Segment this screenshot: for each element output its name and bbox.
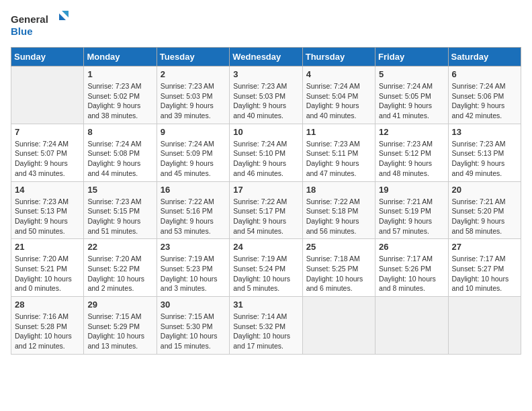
day-info: Sunrise: 7:23 AMSunset: 5:02 PMDaylight:…	[87, 81, 152, 121]
day-info: Sunrise: 7:24 AMSunset: 5:10 PMDaylight:…	[233, 139, 298, 179]
day-number: 31	[233, 300, 298, 310]
day-number: 23	[161, 242, 226, 252]
day-header-saturday: Saturday	[448, 48, 521, 66]
day-number: 22	[87, 242, 152, 252]
day-number: 11	[306, 127, 371, 137]
day-number: 15	[87, 185, 152, 195]
day-info: Sunrise: 7:23 AMSunset: 5:12 PMDaylight:…	[379, 139, 444, 179]
day-info: Sunrise: 7:16 AMSunset: 5:28 PMDaylight:…	[15, 312, 80, 351]
day-info: Sunrise: 7:22 AMSunset: 5:16 PMDaylight:…	[161, 197, 226, 236]
day-number: 12	[379, 127, 444, 137]
day-info: Sunrise: 7:24 AMSunset: 5:08 PMDaylight:…	[87, 139, 152, 179]
day-number: 5	[379, 69, 444, 79]
calendar-cell: 18 Sunrise: 7:22 AMSunset: 5:18 PMDaylig…	[302, 181, 375, 239]
calendar-cell: 31 Sunrise: 7:14 AMSunset: 5:32 PMDaylig…	[230, 297, 302, 355]
day-info: Sunrise: 7:20 AMSunset: 5:21 PMDaylight:…	[15, 254, 80, 293]
day-info: Sunrise: 7:22 AMSunset: 5:18 PMDaylight:…	[306, 197, 371, 236]
calendar-cell: 1 Sunrise: 7:23 AMSunset: 5:02 PMDayligh…	[84, 66, 157, 124]
day-number: 10	[233, 127, 298, 137]
calendar-cell: 23 Sunrise: 7:19 AMSunset: 5:23 PMDaylig…	[157, 239, 229, 297]
svg-marker-3	[62, 11, 69, 17]
calendar-week-row: 14 Sunrise: 7:23 AMSunset: 5:13 PMDaylig…	[11, 181, 521, 239]
calendar-cell: 2 Sunrise: 7:23 AMSunset: 5:03 PMDayligh…	[157, 66, 229, 124]
calendar-week-row: 28 Sunrise: 7:16 AMSunset: 5:28 PMDaylig…	[11, 297, 521, 355]
calendar-header-row: SundayMondayTuesdayWednesdayThursdayFrid…	[11, 48, 521, 66]
page-header: General Blue	[11, 11, 521, 40]
calendar-cell: 4 Sunrise: 7:24 AMSunset: 5:04 PMDayligh…	[302, 66, 375, 124]
calendar-week-row: 7 Sunrise: 7:24 AMSunset: 5:07 PMDayligh…	[11, 124, 521, 181]
day-number: 16	[161, 185, 226, 195]
calendar-cell: 9 Sunrise: 7:24 AMSunset: 5:09 PMDayligh…	[157, 124, 229, 181]
day-number: 21	[15, 242, 80, 252]
svg-text:Blue: Blue	[11, 26, 33, 37]
calendar-cell: 6 Sunrise: 7:24 AMSunset: 5:06 PMDayligh…	[448, 66, 521, 124]
day-number: 18	[306, 185, 371, 195]
day-info: Sunrise: 7:17 AMSunset: 5:26 PMDaylight:…	[379, 254, 444, 293]
day-info: Sunrise: 7:19 AMSunset: 5:23 PMDaylight:…	[161, 254, 226, 293]
day-info: Sunrise: 7:17 AMSunset: 5:27 PMDaylight:…	[452, 254, 517, 293]
day-number: 20	[452, 185, 517, 195]
day-info: Sunrise: 7:24 AMSunset: 5:05 PMDaylight:…	[379, 81, 444, 121]
calendar-cell: 5 Sunrise: 7:24 AMSunset: 5:05 PMDayligh…	[375, 66, 448, 124]
calendar-cell	[11, 66, 84, 124]
calendar-cell: 29 Sunrise: 7:15 AMSunset: 5:29 PMDaylig…	[84, 297, 157, 355]
logo-svg: General Blue	[11, 11, 71, 40]
day-number: 1	[87, 69, 152, 79]
day-info: Sunrise: 7:19 AMSunset: 5:24 PMDaylight:…	[233, 254, 298, 293]
calendar-cell: 22 Sunrise: 7:20 AMSunset: 5:22 PMDaylig…	[84, 239, 157, 297]
day-header-monday: Monday	[84, 48, 157, 66]
day-info: Sunrise: 7:24 AMSunset: 5:04 PMDaylight:…	[306, 81, 371, 121]
day-number: 9	[161, 127, 226, 137]
calendar-cell: 7 Sunrise: 7:24 AMSunset: 5:07 PMDayligh…	[11, 124, 84, 181]
calendar-cell: 20 Sunrise: 7:21 AMSunset: 5:20 PMDaylig…	[448, 181, 521, 239]
day-info: Sunrise: 7:23 AMSunset: 5:13 PMDaylight:…	[452, 139, 517, 179]
calendar-cell: 30 Sunrise: 7:15 AMSunset: 5:30 PMDaylig…	[157, 297, 229, 355]
day-info: Sunrise: 7:15 AMSunset: 5:30 PMDaylight:…	[161, 312, 226, 351]
calendar-cell: 28 Sunrise: 7:16 AMSunset: 5:28 PMDaylig…	[11, 297, 84, 355]
calendar-cell: 27 Sunrise: 7:17 AMSunset: 5:27 PMDaylig…	[448, 239, 521, 297]
day-info: Sunrise: 7:23 AMSunset: 5:15 PMDaylight:…	[87, 197, 152, 236]
calendar-cell: 26 Sunrise: 7:17 AMSunset: 5:26 PMDaylig…	[375, 239, 448, 297]
day-info: Sunrise: 7:18 AMSunset: 5:25 PMDaylight:…	[306, 254, 371, 293]
day-number: 3	[233, 69, 298, 79]
day-info: Sunrise: 7:24 AMSunset: 5:07 PMDaylight:…	[15, 139, 80, 179]
calendar-cell	[302, 297, 375, 355]
day-number: 4	[306, 69, 371, 79]
day-header-tuesday: Tuesday	[157, 48, 229, 66]
calendar-cell: 10 Sunrise: 7:24 AMSunset: 5:10 PMDaylig…	[230, 124, 302, 181]
day-info: Sunrise: 7:23 AMSunset: 5:13 PMDaylight:…	[15, 197, 80, 236]
calendar-cell: 21 Sunrise: 7:20 AMSunset: 5:21 PMDaylig…	[11, 239, 84, 297]
day-number: 14	[15, 185, 80, 195]
day-header-sunday: Sunday	[11, 48, 84, 66]
calendar-cell: 3 Sunrise: 7:23 AMSunset: 5:03 PMDayligh…	[230, 66, 302, 124]
calendar-cell: 8 Sunrise: 7:24 AMSunset: 5:08 PMDayligh…	[84, 124, 157, 181]
day-info: Sunrise: 7:14 AMSunset: 5:32 PMDaylight:…	[233, 312, 298, 351]
day-number: 2	[161, 69, 226, 79]
day-info: Sunrise: 7:23 AMSunset: 5:11 PMDaylight:…	[306, 139, 371, 179]
calendar-table: SundayMondayTuesdayWednesdayThursdayFrid…	[11, 47, 521, 355]
day-info: Sunrise: 7:23 AMSunset: 5:03 PMDaylight:…	[233, 81, 298, 121]
logo: General Blue	[11, 11, 71, 40]
day-number: 24	[233, 242, 298, 252]
calendar-cell	[375, 297, 448, 355]
day-header-thursday: Thursday	[302, 48, 375, 66]
day-number: 19	[379, 185, 444, 195]
day-info: Sunrise: 7:21 AMSunset: 5:19 PMDaylight:…	[379, 197, 444, 236]
day-number: 25	[306, 242, 371, 252]
calendar-cell: 13 Sunrise: 7:23 AMSunset: 5:13 PMDaylig…	[448, 124, 521, 181]
day-header-friday: Friday	[375, 48, 448, 66]
day-number: 13	[452, 127, 517, 137]
day-number: 17	[233, 185, 298, 195]
calendar-cell: 11 Sunrise: 7:23 AMSunset: 5:11 PMDaylig…	[302, 124, 375, 181]
day-info: Sunrise: 7:24 AMSunset: 5:06 PMDaylight:…	[452, 81, 517, 121]
calendar-cell: 14 Sunrise: 7:23 AMSunset: 5:13 PMDaylig…	[11, 181, 84, 239]
calendar-cell: 15 Sunrise: 7:23 AMSunset: 5:15 PMDaylig…	[84, 181, 157, 239]
svg-text:General: General	[11, 13, 48, 25]
day-info: Sunrise: 7:15 AMSunset: 5:29 PMDaylight:…	[87, 312, 152, 351]
calendar-week-row: 21 Sunrise: 7:20 AMSunset: 5:21 PMDaylig…	[11, 239, 521, 297]
day-number: 28	[15, 300, 80, 310]
day-info: Sunrise: 7:20 AMSunset: 5:22 PMDaylight:…	[87, 254, 152, 293]
day-info: Sunrise: 7:24 AMSunset: 5:09 PMDaylight:…	[161, 139, 226, 179]
svg-marker-2	[59, 13, 66, 20]
day-info: Sunrise: 7:23 AMSunset: 5:03 PMDaylight:…	[161, 81, 226, 121]
